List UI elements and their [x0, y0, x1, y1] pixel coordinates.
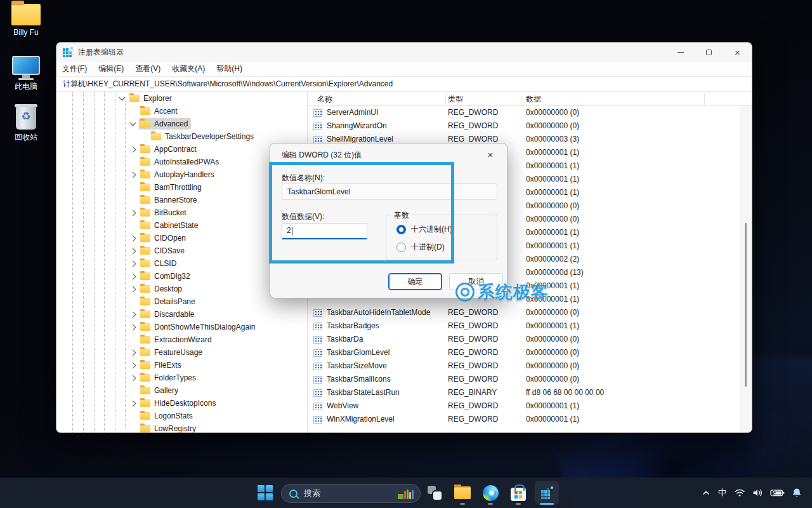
- registry-value-row[interactable]: TaskbarBadges REG_DWORD 0x00000001 (1): [308, 319, 740, 333]
- desktop-icon-this-pc[interactable]: 此电脑: [4, 56, 48, 92]
- registry-value-row[interactable]: TaskbarStateLastRun REG_BINARY ff d8 06 …: [308, 386, 740, 399]
- value-name-field[interactable]: TaskbarGlomLevel: [282, 184, 497, 200]
- tree-item[interactable]: ExtractionWizard: [56, 333, 307, 346]
- menu-favorites[interactable]: 收藏夹(A): [166, 64, 211, 74]
- menu-help[interactable]: 帮助(H): [211, 64, 248, 74]
- battery-charging-icon[interactable]: [770, 488, 785, 497]
- menu-view[interactable]: 查看(V): [129, 64, 166, 74]
- file-explorer-button[interactable]: [450, 481, 475, 505]
- tree-item[interactable]: DetailsPane: [56, 295, 307, 308]
- tree-expander-icon[interactable]: [130, 171, 136, 178]
- vertical-scrollbar[interactable]: [740, 106, 752, 432]
- tree-item-label: Explorer: [143, 94, 172, 103]
- close-button[interactable]: ×: [723, 43, 752, 62]
- ok-button[interactable]: 确定: [388, 273, 442, 290]
- registry-value-icon: [313, 416, 322, 424]
- tree-expander-icon[interactable]: [130, 146, 136, 152]
- column-header-name[interactable]: 名称: [317, 94, 332, 105]
- registry-value-row[interactable]: TaskbarAutoHideInTabletMode REG_DWORD 0x…: [308, 306, 740, 319]
- scrollbar-thumb[interactable]: [745, 223, 747, 387]
- address-bar[interactable]: 计算机\HKEY_CURRENT_USER\Software\Microsoft…: [56, 77, 752, 92]
- registry-key-folder-icon: [140, 247, 150, 255]
- registry-key-folder-icon: [140, 260, 150, 267]
- wifi-icon[interactable]: [734, 488, 745, 497]
- tray-chevron-up-icon[interactable]: [702, 489, 710, 497]
- tree-expander-icon[interactable]: [130, 248, 136, 254]
- window-titlebar[interactable]: 注册表编辑器 ×: [56, 43, 752, 62]
- running-indicator: [516, 503, 521, 505]
- tree-item[interactable]: FileExts: [56, 359, 307, 371]
- registry-value-row[interactable]: ServerAdminUI REG_DWORD 0x00000000 (0): [308, 106, 740, 119]
- value-type: REG_DWORD: [448, 106, 498, 119]
- menu-edit[interactable]: 编辑(E): [93, 64, 129, 74]
- volume-icon[interactable]: [752, 488, 763, 497]
- registry-value-icon: [313, 123, 322, 130]
- desktop-icon-recycle-bin[interactable]: ♻ 回收站: [4, 107, 48, 143]
- tree-expander-icon[interactable]: [130, 375, 136, 381]
- base-group: 基数 十六进制(H) 十进制(D): [386, 215, 497, 260]
- tree-item[interactable]: TaskbarDeveloperSettings: [56, 130, 307, 143]
- value-data: 0x00000000 (0): [526, 199, 579, 213]
- store-button[interactable]: [506, 481, 530, 505]
- dialog-close-icon[interactable]: ×: [481, 147, 499, 161]
- tree-item[interactable]: HideDesktopIcons: [56, 397, 307, 410]
- start-button[interactable]: [253, 481, 277, 505]
- task-view-button[interactable]: [422, 481, 447, 505]
- radio-hexadecimal[interactable]: 十六进制(H): [396, 224, 452, 235]
- column-header-data[interactable]: 数据: [526, 94, 541, 105]
- menu-file[interactable]: 文件(F): [56, 64, 93, 74]
- tree-expander-icon[interactable]: [130, 119, 136, 126]
- registry-value-row[interactable]: WebView REG_DWORD 0x00000001 (1): [308, 399, 740, 413]
- maximize-button[interactable]: [695, 43, 723, 62]
- tree-expander-icon[interactable]: [130, 349, 136, 356]
- radio-hex-label: 十六进制(H): [411, 224, 452, 235]
- column-header-type[interactable]: 类型: [448, 94, 463, 105]
- tree-item[interactable]: Explorer: [56, 92, 307, 105]
- tree-expander-icon[interactable]: [130, 273, 136, 279]
- value-name: TaskbarSizeMove: [327, 359, 387, 373]
- tree-item[interactable]: FolderTypes: [56, 371, 307, 384]
- value-type: REG_DWORD: [448, 373, 498, 386]
- edge-icon: [483, 485, 499, 501]
- tree-expander-icon[interactable]: [130, 235, 136, 241]
- value-data: 0x00000000 (0): [526, 373, 579, 386]
- value-data-field[interactable]: 2: [282, 223, 367, 239]
- tree-item[interactable]: FeatureUsage: [56, 346, 307, 359]
- tree-expander-icon[interactable]: [130, 311, 136, 318]
- registry-value-row[interactable]: SharingWizardOn REG_DWORD 0x00000000 (0): [308, 119, 740, 133]
- tree-expander-icon[interactable]: [119, 94, 126, 100]
- registry-value-row[interactable]: TaskbarSizeMove REG_DWORD 0x00000000 (0): [308, 359, 740, 373]
- tree-expander-icon[interactable]: [130, 324, 136, 330]
- tree-expander-icon[interactable]: [130, 362, 136, 368]
- tree-expander-icon[interactable]: [130, 260, 136, 267]
- tree-item-label: AppContract: [154, 145, 197, 154]
- registry-key-folder-icon: [140, 361, 150, 369]
- value-data: 0x00000001 (1): [526, 226, 579, 239]
- tree-item[interactable]: LowRegistry: [56, 422, 307, 432]
- registry-value-row[interactable]: TaskbarSmallIcons REG_DWORD 0x00000000 (…: [308, 373, 740, 386]
- edge-button[interactable]: [478, 481, 502, 505]
- search-box[interactable]: 搜索: [281, 484, 421, 503]
- tree-expander-icon[interactable]: [130, 286, 136, 292]
- registry-value-row[interactable]: WinXMigrationLevel REG_DWORD 0x00000001 …: [308, 413, 740, 426]
- radio-decimal[interactable]: 十进制(D): [396, 242, 445, 253]
- tree-item[interactable]: Discardable: [56, 308, 307, 321]
- tree-item[interactable]: Gallery: [56, 384, 307, 397]
- registry-editor-taskbar-button[interactable]: [535, 481, 559, 505]
- registry-value-row[interactable]: TaskbarGlomLevel REG_DWORD 0x00000000 (0…: [308, 346, 740, 359]
- tree-expander-icon[interactable]: [130, 210, 136, 216]
- tree-item[interactable]: LogonStats: [56, 410, 307, 422]
- column-separator[interactable]: [521, 93, 522, 105]
- tree-item[interactable]: Advanced: [56, 117, 307, 130]
- value-data: 0x00000000 (0): [526, 119, 579, 133]
- column-separator[interactable]: [704, 93, 705, 105]
- tree-item[interactable]: DontShowMeThisDialogAgain: [56, 321, 307, 333]
- column-separator[interactable]: [445, 93, 446, 105]
- notification-bell-icon[interactable]: [792, 488, 802, 498]
- tree-item[interactable]: Accent: [56, 105, 307, 117]
- ime-indicator[interactable]: 中: [717, 486, 727, 499]
- registry-value-row[interactable]: TaskbarDa REG_DWORD 0x00000000 (0): [308, 333, 740, 346]
- tree-expander-icon[interactable]: [130, 400, 136, 406]
- desktop-icon-billy-fu[interactable]: Billy Fu: [4, 4, 48, 37]
- minimize-button[interactable]: [666, 43, 695, 62]
